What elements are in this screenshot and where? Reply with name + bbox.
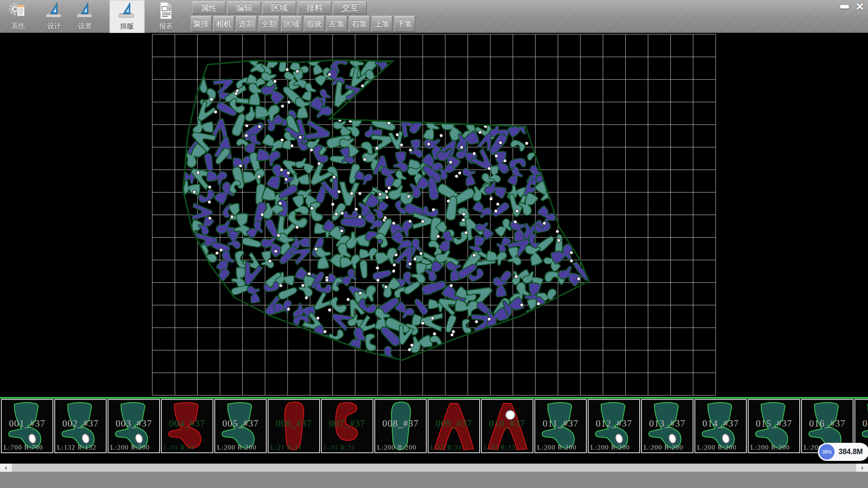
status-bar — [0, 472, 868, 488]
piece-lr-count: L:200 R:200 — [110, 444, 150, 451]
piece-name: 017_#37 — [855, 418, 868, 429]
set-square-icon — [117, 1, 137, 22]
menu-button-nest-material[interactable]: 排料 — [298, 1, 331, 14]
strip-divider-line — [0, 397, 868, 399]
piece-name: 008_#37 — [375, 418, 426, 429]
piece-thumbnail[interactable]: 009_#37L:32 R:31 — [428, 399, 480, 453]
menu-button-cluster-nest[interactable]: 聚排 — [191, 16, 212, 32]
cpu-percent-badge: 38% — [819, 444, 835, 460]
pieces-thumbnail-strip: 001_#37L:700 R:700 002_#37L:132 R:132 00… — [0, 399, 868, 454]
piece-lr-count: L:200 R:200 — [590, 444, 630, 451]
nested-pieces — [179, 48, 595, 367]
piece-name: 014_#37 — [695, 418, 746, 429]
piece-name: 005_#37 — [215, 418, 266, 429]
piece-lr-count: L:200 R:200 — [750, 444, 790, 451]
piece-name: 015_#37 — [749, 418, 799, 429]
piece-lr-count: L:200 R:200 — [697, 444, 736, 451]
piece-thumbnail[interactable]: 015_#37L:200 R:200 — [748, 399, 800, 453]
toolbar-button-label: 系统 — [11, 22, 25, 31]
piece-thumbnail[interactable]: 011_#37L:200 R:200 — [534, 399, 587, 453]
menu-button-camera[interactable]: 相机 — [213, 16, 234, 32]
menu-button-region[interactable]: 区域 — [281, 16, 302, 32]
toolbar-button-label: 排版 — [120, 22, 134, 31]
menu-button-region[interactable]: 区域 — [263, 1, 296, 14]
app-window: 系统 设计 设置 排版 报表 属性编辑区域排料交互 聚排相机选割全割区域瑕疵左靠… — [0, 0, 868, 488]
piece-lr-count: L:31 R:31 — [164, 444, 195, 451]
piece-thumbnail[interactable]: 006_#37L:21 R:21 — [268, 399, 320, 453]
piece-lr-count: L:31 R:31 — [324, 444, 355, 451]
memory-badge[interactable]: 38% 384.8M — [818, 443, 868, 461]
piece-thumbnail[interactable]: 005_#37L:200 R:200 — [214, 399, 267, 453]
close-icon: ✕ — [855, 1, 864, 13]
close-button[interactable]: ✕ — [854, 1, 866, 12]
menu-button-align-left[interactable]: 左靠 — [326, 16, 347, 32]
piece-thumbnail[interactable]: 008_#37L:200 R:200 — [374, 399, 427, 453]
piece-thumbnail[interactable]: 014_#37L:200 R:200 — [694, 399, 747, 453]
piece-lr-count: L:33 R:33 — [484, 444, 515, 451]
piece-lr-count: L:200 R:200 — [537, 444, 576, 451]
piece-thumbnail[interactable]: 002_#37L:132 R:132 — [54, 399, 107, 453]
horizontal-scrollbar[interactable]: ‹ › — [0, 464, 868, 472]
memory-value: 384.8M — [839, 448, 863, 456]
toolbar-button-nesting[interactable]: 排版 — [109, 0, 145, 33]
toolbar-button-report[interactable]: 报表 — [151, 0, 181, 33]
scroll-left-button[interactable]: ‹ — [0, 464, 12, 472]
toolbar-button-label: 设置 — [78, 22, 92, 31]
toolbar-button-label: 设计 — [47, 22, 61, 31]
piece-name: 007_#37 — [322, 418, 373, 429]
piece-lr-count: L:700 R:700 — [4, 444, 43, 451]
menu-button-attribute[interactable]: 属性 — [192, 1, 226, 14]
set-square-icon — [75, 1, 95, 22]
piece-lr-count: L:200 R:200 — [644, 444, 683, 451]
piece-name: 002_#37 — [55, 418, 106, 429]
menu-button-align-bottom[interactable]: 下靠 — [394, 16, 415, 32]
toolbar-button-label: 报表 — [159, 22, 173, 31]
scrollbar-track[interactable] — [12, 464, 856, 472]
piece-name: 010_#37 — [482, 418, 533, 429]
piece-name: 003_#37 — [108, 418, 159, 429]
piece-name: 009_#37 — [429, 418, 479, 429]
report-doc-icon — [156, 1, 176, 22]
piece-thumbnail[interactable]: 007_#37L:31 R:31 — [321, 399, 373, 453]
piece-name: 001_#37 — [2, 418, 52, 429]
menu-button-defect[interactable]: 瑕疵 — [304, 16, 325, 32]
toolbar-button-design[interactable]: 设计 — [40, 0, 69, 33]
menu-button-edit[interactable]: 编辑 — [227, 1, 261, 14]
piece-thumbnail[interactable]: 003_#37L:200 R:200 — [108, 399, 160, 453]
piece-name: 013_#37 — [642, 418, 693, 429]
piece-name: 016_#37 — [802, 418, 853, 429]
window-controls: ✕ — [838, 1, 866, 12]
gear-notes-icon — [8, 1, 28, 22]
set-square-icon — [44, 1, 65, 22]
piece-thumbnail[interactable]: 013_#37L:200 R:200 — [641, 399, 693, 453]
piece-name: 006_#37 — [269, 418, 319, 429]
piece-thumbnail[interactable]: 001_#37L:700 R:700 — [1, 399, 53, 453]
toolbar: 系统 设计 设置 排版 报表 属性编辑区域排料交互 聚排相机选割全割区域瑕疵左靠… — [0, 0, 868, 33]
nesting-canvas[interactable] — [0, 33, 868, 397]
nest-drawing — [0, 33, 868, 397]
piece-thumbnail[interactable]: 004_#37L:31 R:31 — [161, 399, 213, 453]
menu-button-align-right[interactable]: 右靠 — [349, 16, 370, 32]
piece-lr-count: L:200 R:200 — [217, 444, 256, 451]
piece-thumbnail[interactable]: 012_#37L:200 R:200 — [588, 399, 640, 453]
piece-lr-count: L:200 R:200 — [377, 444, 416, 451]
piece-lr-count: L:32 R:31 — [430, 444, 462, 451]
toolbar-button-settings[interactable]: 设置 — [71, 0, 99, 33]
minimize-button[interactable] — [838, 1, 851, 12]
piece-name: 011_#37 — [535, 418, 586, 429]
piece-name: 012_#37 — [589, 418, 639, 429]
menu-button-select-cut[interactable]: 选割 — [236, 16, 257, 32]
minimize-icon — [840, 5, 849, 9]
menu-button-align-top[interactable]: 上靠 — [372, 16, 392, 32]
menu-button-interactive[interactable]: 交互 — [333, 1, 367, 14]
menu-button-cut-all[interactable]: 全割 — [259, 16, 279, 32]
piece-lr-count: L:132 R:132 — [57, 444, 96, 451]
piece-name: 004_#37 — [162, 418, 212, 429]
piece-thumbnail[interactable]: 010_#37L:33 R:33 — [481, 399, 533, 453]
piece-lr-count: L:21 R:21 — [270, 444, 302, 451]
toolbar-button-system[interactable]: 系统 — [4, 0, 33, 33]
scroll-right-button[interactable]: › — [856, 464, 868, 472]
